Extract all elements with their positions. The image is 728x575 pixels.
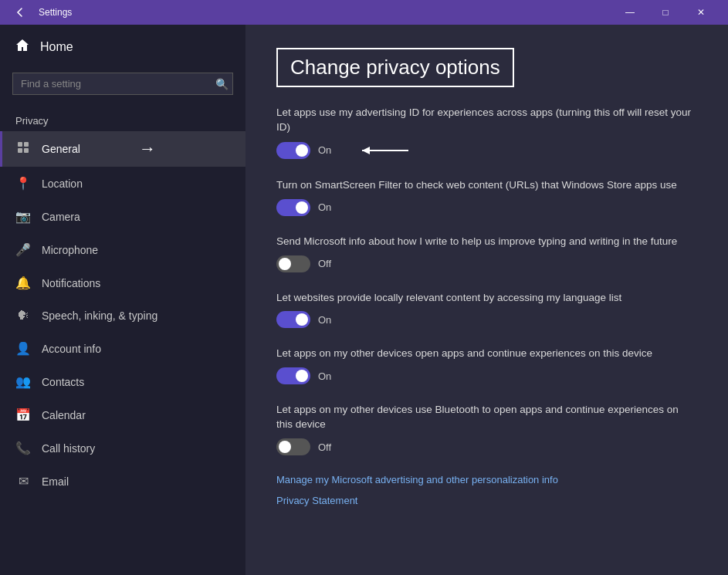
svg-rect-0 [18, 142, 22, 147]
home-nav-item[interactable]: Home [0, 25, 245, 69]
title-bar: Settings — □ ✕ [0, 0, 728, 25]
minimize-button[interactable]: — [612, 0, 648, 25]
callhistory-icon: 📞 [15, 441, 31, 455]
toggle-typing-improve-label: Off [318, 258, 331, 269]
toggle-bluetooth[interactable] [276, 438, 310, 455]
calendar-icon: 📅 [15, 408, 31, 422]
sidebar-item-accountinfo-label: Account info [42, 343, 101, 355]
sidebar-item-speech-label: Speech, inking, & typing [42, 309, 157, 322]
svg-rect-3 [24, 148, 29, 153]
home-label: Home [40, 40, 73, 54]
setting-bluetooth-text: Let apps on my other devices use Bluetoo… [276, 403, 697, 432]
page-title: Change privacy options [290, 56, 500, 79]
sidebar-item-notifications-label: Notifications [42, 277, 100, 289]
toggle-language-list[interactable] [276, 311, 310, 328]
window-controls: — □ ✕ [612, 0, 719, 25]
sidebar-item-speech[interactable]: 🗣 Speech, inking, & typing [0, 299, 245, 332]
svg-marker-5 [362, 147, 370, 154]
microphone-icon: 🎤 [15, 242, 31, 257]
toggle-advertising-id[interactable] [276, 142, 310, 159]
sidebar-item-accountinfo[interactable]: 👤 Account info [0, 332, 245, 365]
sidebar-item-calendar-label: Calendar [42, 409, 86, 421]
sidebar-item-microphone[interactable]: 🎤 Microphone [0, 233, 245, 266]
arrow-annotation [354, 141, 416, 160]
sidebar-item-calendar[interactable]: 📅 Calendar [0, 398, 245, 431]
privacy-statement-link[interactable]: Privacy Statement [276, 495, 697, 506]
sidebar-item-camera-label: Camera [42, 211, 80, 223]
links-section: Manage my Microsoft advertising and othe… [276, 474, 697, 506]
setting-typing-improve: Send Microsoft info about how I write to… [276, 235, 697, 272]
sidebar-item-email[interactable]: ✉ Email [0, 465, 245, 498]
toggle-typing-improve[interactable] [276, 255, 310, 272]
page-title-box: Change privacy options [276, 48, 514, 87]
toggle-smartscreen-thumb [296, 201, 308, 214]
location-icon: 📍 [15, 176, 31, 191]
sidebar-arrow-annotation: → [139, 139, 156, 159]
toggle-smartscreen-label: On [318, 201, 331, 213]
sidebar-item-contacts-label: Contacts [42, 376, 84, 388]
toggle-smartscreen[interactable] [276, 199, 310, 216]
contacts-icon: 👥 [15, 374, 31, 389]
sidebar-item-general[interactable]: General → [0, 131, 245, 167]
accountinfo-icon: 👤 [15, 341, 31, 356]
toggle-advertising-id-thumb [296, 144, 308, 157]
maximize-button[interactable]: □ [648, 0, 683, 25]
search-icon: 🔍 [215, 78, 229, 90]
toggle-advertising-id-label: On [318, 144, 331, 156]
sidebar-item-callhistory[interactable]: 📞 Call history [0, 431, 245, 465]
toggle-typing-improve-thumb [279, 258, 291, 270]
setting-typing-improve-text: Send Microsoft info about how I write to… [276, 235, 697, 249]
toggle-language-list-label: On [318, 314, 331, 326]
toggle-bluetooth-thumb [279, 441, 291, 453]
sidebar-item-callhistory-label: Call history [42, 442, 95, 455]
sidebar-item-notifications[interactable]: 🔔 Notifications [0, 266, 245, 299]
setting-smartscreen-text: Turn on SmartScreen Filter to check web … [276, 178, 697, 193]
sidebar-item-camera[interactable]: 📷 Camera [0, 200, 245, 233]
speech-icon: 🗣 [15, 309, 31, 323]
sidebar-item-microphone-label: Microphone [42, 244, 98, 256]
svg-rect-2 [18, 148, 22, 153]
window-title: Settings [39, 7, 72, 18]
back-button[interactable] [9, 2, 31, 23]
sidebar-section-label: Privacy [0, 107, 245, 131]
setting-language-list-text: Let websites provide locally relevant co… [276, 291, 697, 306]
camera-icon: 📷 [15, 209, 31, 224]
setting-other-devices-text: Let apps on my other devices open apps a… [276, 347, 697, 361]
sidebar-item-general-label: General [42, 143, 80, 155]
email-icon: ✉ [15, 474, 31, 489]
home-icon [15, 39, 29, 56]
toggle-bluetooth-label: Off [318, 441, 331, 453]
sidebar-item-location-label: Location [42, 178, 83, 190]
sidebar-item-contacts[interactable]: 👥 Contacts [0, 365, 245, 398]
setting-language-list: Let websites provide locally relevant co… [276, 291, 697, 329]
sidebar-item-location[interactable]: 📍 Location [0, 167, 245, 200]
sidebar: Home 🔍 Privacy General → 📍 Loc [0, 25, 245, 575]
setting-advertising-id-text: Let apps use my advertising ID for exper… [276, 106, 697, 135]
toggle-language-list-thumb [296, 313, 308, 326]
notifications-icon: 🔔 [15, 276, 31, 290]
close-button[interactable]: ✕ [683, 0, 719, 25]
svg-rect-1 [24, 142, 29, 147]
setting-smartscreen: Turn on SmartScreen Filter to check web … [276, 178, 697, 216]
toggle-other-devices[interactable] [276, 367, 310, 384]
search-input[interactable] [12, 73, 233, 95]
setting-other-devices: Let apps on my other devices open apps a… [276, 347, 697, 384]
sidebar-item-email-label: Email [42, 475, 69, 488]
content-area: Change privacy options Let apps use my a… [245, 25, 728, 575]
toggle-other-devices-thumb [296, 370, 308, 382]
main-container: Home 🔍 Privacy General → 📍 Loc [0, 25, 728, 575]
setting-bluetooth: Let apps on my other devices use Bluetoo… [276, 403, 697, 455]
general-icon [15, 140, 31, 157]
manage-advertising-link[interactable]: Manage my Microsoft advertising and othe… [276, 474, 697, 485]
toggle-other-devices-label: On [318, 370, 331, 382]
setting-advertising-id: Let apps use my advertising ID for exper… [276, 106, 697, 160]
search-box: 🔍 [12, 73, 233, 95]
